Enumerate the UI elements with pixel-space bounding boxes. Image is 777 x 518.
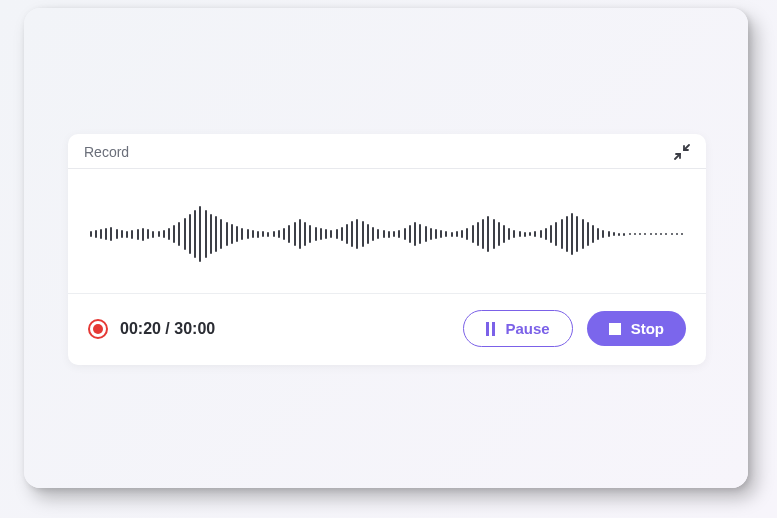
waveform-bar (534, 231, 536, 237)
waveform-bar (205, 210, 207, 258)
pause-button[interactable]: Pause (463, 310, 572, 347)
waveform-bar (142, 228, 144, 241)
waveform-bar (262, 231, 264, 237)
waveform-bar (189, 214, 191, 254)
waveform (68, 169, 706, 294)
waveform-bar (388, 231, 390, 238)
waveform-bar (513, 230, 515, 238)
waveform-bar (519, 231, 521, 237)
waveform-bar (582, 219, 584, 249)
waveform-bar (158, 231, 160, 237)
waveform-bar (320, 228, 322, 240)
waveform-bar (451, 232, 453, 237)
waveform-bar (618, 233, 620, 236)
waveform-bar (105, 228, 107, 240)
waveform-bar (152, 231, 154, 238)
waveform-bar (419, 224, 421, 244)
stop-button[interactable]: Stop (587, 311, 686, 346)
waveform-bar (346, 224, 348, 244)
waveform-bar (199, 206, 201, 262)
waveform-bar (367, 224, 369, 244)
left-controls: 00:20 / 30:00 (88, 319, 215, 339)
waveform-bar (299, 219, 301, 249)
waveform-bar (435, 229, 437, 239)
pause-icon (486, 322, 495, 336)
waveform-bar (482, 219, 484, 249)
waveform-bar (168, 228, 170, 240)
waveform-bar (252, 230, 254, 238)
waveform-bar (493, 219, 495, 249)
waveform-bar (173, 225, 175, 243)
waveform-bar (116, 229, 118, 239)
waveform-bar (550, 225, 552, 243)
waveform-bar (498, 222, 500, 246)
waveform-bar (131, 230, 133, 239)
waveform-bar (576, 216, 578, 252)
waveform-bar (236, 226, 238, 242)
waveform-bar (178, 222, 180, 246)
waveform-bar (623, 233, 625, 236)
waveform-bar (95, 230, 97, 238)
waveform-bar (477, 222, 479, 246)
collapse-icon[interactable] (674, 144, 690, 160)
waveform-bar (257, 231, 259, 238)
waveform-bar (194, 210, 196, 258)
waveform-bar (561, 219, 563, 249)
waveform-bar (629, 233, 631, 235)
waveform-bar (247, 229, 249, 239)
waveform-bar (608, 231, 610, 237)
pause-button-label: Pause (505, 320, 549, 337)
waveform-bar (294, 222, 296, 246)
waveform-bar (566, 216, 568, 252)
waveform-bar (440, 230, 442, 238)
waveform-bar (425, 226, 427, 242)
recording-card: Record 00:20 / 30:00 (68, 134, 706, 365)
waveform-bar (126, 231, 128, 238)
waveform-bar (660, 233, 662, 235)
waveform-bar (210, 214, 212, 254)
card-header: Record (68, 134, 706, 169)
card-title: Record (84, 144, 129, 160)
waveform-bar (503, 225, 505, 243)
app-frame: Record 00:20 / 30:00 (24, 8, 748, 488)
waveform-bar (540, 230, 542, 238)
waveform-bar (325, 229, 327, 239)
waveform-bar (241, 228, 243, 240)
waveform-bar (445, 231, 447, 237)
waveform-bar (409, 225, 411, 243)
waveform-bar (336, 229, 338, 239)
waveform-bar (90, 231, 92, 237)
waveform-bar (383, 230, 385, 238)
waveform-bar (508, 228, 510, 240)
waveform-bar (587, 222, 589, 246)
waveform-bar (665, 233, 667, 235)
waveform-bar (351, 221, 353, 247)
waveform-bar (163, 230, 165, 238)
waveform-bar (655, 233, 657, 235)
waveform-bar (466, 228, 468, 240)
waveform-bar (362, 221, 364, 247)
waveform-bar (309, 225, 311, 243)
waveform-bar (215, 216, 217, 252)
waveform-bar (288, 225, 290, 243)
waveform-bar (377, 229, 379, 239)
waveform-bar (110, 227, 112, 241)
waveform-bar (639, 233, 641, 235)
waveform-bar (681, 233, 683, 235)
waveform-bar (644, 233, 646, 235)
waveform-bar (472, 225, 474, 243)
waveform-bars (88, 197, 686, 271)
waveform-bar (613, 232, 615, 236)
waveform-bar (634, 233, 636, 235)
waveform-bar (529, 232, 531, 236)
waveform-bar (398, 230, 400, 238)
waveform-bar (231, 224, 233, 244)
waveform-bar (650, 233, 652, 235)
right-controls: Pause Stop (463, 310, 686, 347)
waveform-bar (121, 230, 123, 238)
waveform-bar (372, 227, 374, 241)
waveform-bar (461, 230, 463, 238)
waveform-bar (100, 229, 102, 239)
waveform-bar (676, 233, 678, 235)
stop-button-label: Stop (631, 320, 664, 337)
